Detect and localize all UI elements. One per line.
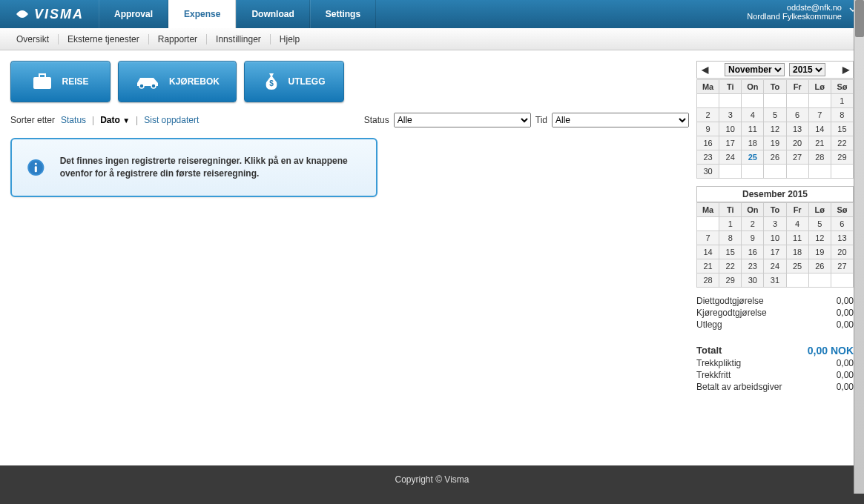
- subtab-hjelp[interactable]: Hjelp: [271, 34, 309, 44]
- calendar-day[interactable]: 8: [719, 231, 742, 245]
- calendar-day[interactable]: 25: [742, 150, 764, 165]
- brand-logo: VISMA: [0, 0, 99, 28]
- svg-point-3: [151, 84, 156, 88]
- calendar-day[interactable]: 16: [742, 245, 764, 259]
- suitcase-icon: [32, 73, 53, 90]
- calendar-day[interactable]: 23: [697, 150, 719, 165]
- calendar-day[interactable]: 10: [764, 231, 786, 245]
- calendar-day[interactable]: 19: [808, 245, 831, 259]
- calendar-day[interactable]: 20: [831, 245, 853, 259]
- calendar-day[interactable]: 13: [831, 231, 853, 245]
- tab-approval[interactable]: Approval: [99, 0, 168, 28]
- sort-status-link[interactable]: Status: [61, 115, 86, 125]
- calendar-december-title: Desember 2015: [696, 186, 854, 202]
- calendar-day[interactable]: 23: [742, 259, 764, 273]
- calendar-day[interactable]: 16: [697, 136, 719, 150]
- calendar-day[interactable]: 25: [786, 259, 808, 273]
- svg-rect-1: [39, 74, 45, 78]
- calendar-day[interactable]: 4: [786, 217, 808, 231]
- calendar-day[interactable]: 27: [831, 259, 853, 273]
- calendar-day[interactable]: 6: [786, 108, 808, 122]
- sort-dato-link[interactable]: Dato ▼: [100, 115, 130, 125]
- scrollbar-thumb[interactable]: [855, 0, 864, 37]
- calendar-day[interactable]: 14: [697, 245, 719, 259]
- subtab-eksterne[interactable]: Eksterne tjenester: [59, 34, 149, 44]
- calendar-prev-button[interactable]: ◀: [697, 64, 712, 75]
- user-menu[interactable]: oddste@nfk.no Nordland Fylkeskommune: [736, 0, 864, 28]
- calendar-day[interactable]: 9: [697, 122, 719, 136]
- calendar-day[interactable]: 21: [697, 259, 719, 273]
- calendar-day[interactable]: 5: [764, 108, 786, 122]
- scrollbar[interactable]: [854, 0, 864, 494]
- calendar-day[interactable]: 24: [764, 259, 786, 273]
- calendar-day[interactable]: 12: [764, 122, 786, 136]
- calendar-weekday: Sø: [831, 80, 853, 94]
- calendar-day[interactable]: 2: [742, 217, 764, 231]
- calendar-day[interactable]: 10: [719, 122, 742, 136]
- calendar-next-button[interactable]: ▶: [838, 64, 853, 75]
- calendar-day[interactable]: 2: [697, 108, 719, 122]
- subtab-innstillinger[interactable]: Innstillinger: [207, 34, 271, 44]
- kjorebok-button[interactable]: KJØREBOK: [118, 61, 237, 102]
- calendar-day[interactable]: 29: [719, 273, 742, 288]
- calendar-day[interactable]: 1: [831, 94, 853, 108]
- tab-settings[interactable]: Settings: [310, 0, 376, 28]
- calendar-day[interactable]: 11: [742, 122, 764, 136]
- calendar-day[interactable]: 7: [697, 231, 719, 245]
- calendar-day[interactable]: 31: [764, 273, 786, 288]
- status-filter-select[interactable]: Alle: [394, 113, 531, 127]
- calendar-december: MaTiOnToFrLøSø 1234567891011121314151617…: [696, 202, 854, 288]
- calendar-day[interactable]: 11: [786, 231, 808, 245]
- calendar-day[interactable]: 15: [719, 245, 742, 259]
- calendar-day[interactable]: 19: [764, 136, 786, 150]
- calendar-day[interactable]: 30: [742, 273, 764, 288]
- calendar-day[interactable]: 5: [808, 217, 831, 231]
- calendar-day[interactable]: 30: [697, 165, 719, 179]
- calendar-day[interactable]: 8: [831, 108, 853, 122]
- calendar-day[interactable]: 22: [831, 136, 853, 150]
- calendar-day[interactable]: 28: [808, 150, 831, 165]
- calendar-day[interactable]: 7: [808, 108, 831, 122]
- calendar-day[interactable]: 22: [719, 259, 742, 273]
- reise-button[interactable]: REISE: [10, 61, 111, 102]
- calendar-day[interactable]: 29: [831, 150, 853, 165]
- calendar-day[interactable]: 27: [786, 150, 808, 165]
- calendar-day[interactable]: 18: [742, 136, 764, 150]
- calendar-day[interactable]: 12: [808, 231, 831, 245]
- calendar-weekday: Sø: [831, 203, 853, 217]
- calendar-day[interactable]: 21: [808, 136, 831, 150]
- tab-download[interactable]: Download: [236, 0, 309, 28]
- tab-expense[interactable]: Expense: [168, 0, 236, 28]
- subtab-oversikt[interactable]: Oversikt: [7, 34, 59, 44]
- calendar-day[interactable]: 14: [808, 122, 831, 136]
- calendar-month-select[interactable]: November: [725, 63, 785, 76]
- calendar-day[interactable]: 26: [808, 259, 831, 273]
- subtab-rapporter[interactable]: Rapporter: [149, 34, 207, 44]
- calendar-year-select[interactable]: 2015: [789, 63, 825, 76]
- calendar-day[interactable]: 24: [719, 150, 742, 165]
- visma-swirl-icon: [15, 8, 30, 20]
- tid-filter-select[interactable]: Alle: [552, 113, 689, 127]
- calendar-day[interactable]: 18: [786, 245, 808, 259]
- calendar-day[interactable]: 3: [764, 217, 786, 231]
- calendar-day[interactable]: 15: [831, 122, 853, 136]
- calendar-day[interactable]: 9: [742, 231, 764, 245]
- calendar-weekday: Lø: [808, 203, 831, 217]
- calendar-day[interactable]: 6: [831, 217, 853, 231]
- calendar-weekday: Ma: [697, 80, 719, 94]
- calendar-day[interactable]: 4: [742, 108, 764, 122]
- calendar-day[interactable]: 3: [719, 108, 742, 122]
- calendar-weekday: To: [764, 203, 786, 217]
- calendar-day[interactable]: 1: [719, 217, 742, 231]
- utlegg-button[interactable]: $ UTLEGG: [244, 61, 344, 102]
- calendar-day[interactable]: 20: [786, 136, 808, 150]
- calendar-day[interactable]: 13: [786, 122, 808, 136]
- calendar-day[interactable]: 28: [697, 273, 719, 288]
- calendar-day[interactable]: 17: [764, 245, 786, 259]
- sort-sist-link[interactable]: Sist oppdatert: [144, 115, 199, 125]
- calendar-weekday: To: [764, 80, 786, 94]
- calendar-day[interactable]: 17: [719, 136, 742, 150]
- calendar-weekday: Ti: [719, 80, 742, 94]
- calendar-day[interactable]: 26: [764, 150, 786, 165]
- status-filter-label: Status: [364, 115, 389, 125]
